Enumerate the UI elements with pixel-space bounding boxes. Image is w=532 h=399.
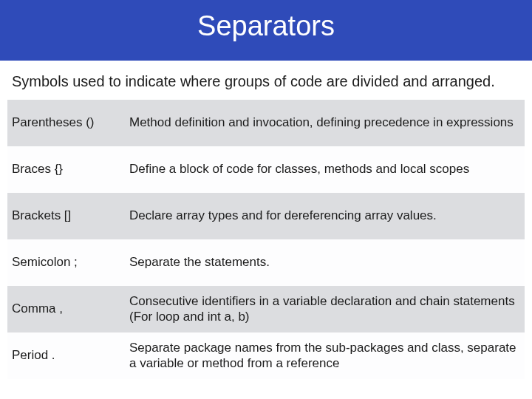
table-row: Period . Separate package names from the… [7,332,525,379]
separator-name: Period . [7,332,122,379]
table-row: Parentheses () Method definition and inv… [7,100,525,146]
separator-name: Parentheses () [7,100,122,146]
separator-name: Semicolon ; [7,239,122,286]
separator-desc: Separate the statements. [122,239,525,286]
table-row: Braces {} Define a block of code for cla… [7,146,525,193]
separator-name: Brackets [] [7,193,122,239]
intro-text: Symbols used to indicate where groups of… [0,61,532,100]
separator-desc: Separate package names from the sub-pack… [122,332,525,379]
separator-desc: Method definition and invocation, defini… [122,100,525,146]
separators-table: Parentheses () Method definition and inv… [7,100,525,379]
table-row: Comma , Consecutive identifiers in a var… [7,286,525,332]
separator-desc: Define a block of code for classes, meth… [122,146,525,193]
table-row: Semicolon ; Separate the statements. [7,239,525,286]
table-row: Brackets [] Declare array types and for … [7,193,525,239]
separator-name: Comma , [7,286,122,332]
slide-header: Separators [0,0,532,61]
separators-table-wrap: Parentheses () Method definition and inv… [0,100,532,379]
separator-name: Braces {} [7,146,122,193]
slide-title: Separators [0,10,532,42]
separator-desc: Consecutive identifiers in a variable de… [122,286,525,332]
separator-desc: Declare array types and for dereferencin… [122,193,525,239]
